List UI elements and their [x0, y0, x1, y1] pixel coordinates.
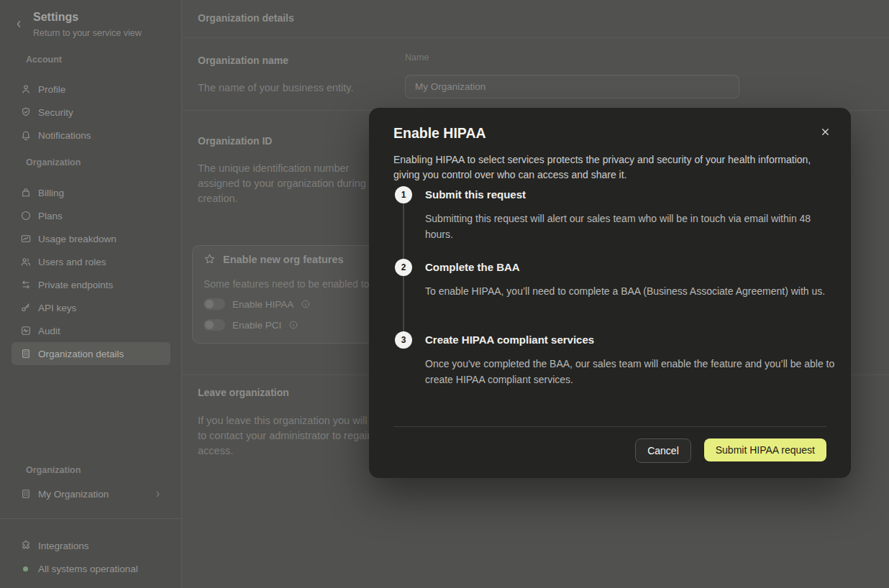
step-2-body: To enable HIPAA, you’ll need to complete…: [425, 284, 841, 300]
close-icon[interactable]: [820, 127, 831, 137]
submit-hipaa-request-button[interactable]: Submit HIPAA request: [704, 438, 826, 461]
step-number-badge: 2: [395, 259, 412, 276]
modal-title: Enable HIPAA: [393, 125, 486, 142]
step-1-title: Submit this request: [425, 188, 526, 201]
step-3-body: Once you've completed the BAA, our sales…: [425, 357, 841, 387]
step-3-title: Create HIPAA compliant services: [425, 334, 594, 346]
modal-description: Enabling HIPAA to select services protec…: [393, 152, 829, 183]
step-2-title: Complete the BAA: [425, 261, 520, 273]
step-number-badge: 3: [395, 331, 412, 349]
step-number-badge: 1: [395, 186, 412, 203]
modal-actions: Cancel Submit HIPAA request: [635, 438, 826, 463]
enable-hipaa-modal: Enable HIPAA Enabling HIPAA to select se…: [369, 108, 851, 478]
app-root: Settings Return to your service view Acc…: [0, 0, 889, 588]
cancel-button[interactable]: Cancel: [635, 438, 691, 463]
modal-footer-divider: [393, 426, 826, 427]
step-1-body: Submitting this request will alert our s…: [425, 211, 841, 242]
